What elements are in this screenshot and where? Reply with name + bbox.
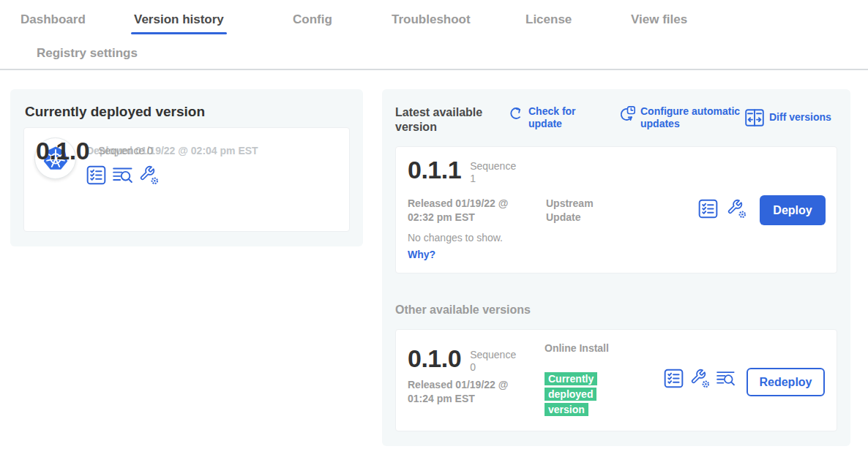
tab-dashboard[interactable]: Dashboard xyxy=(20,12,86,27)
currently-deployed-badge-wrap: Currently deployed version xyxy=(545,371,607,418)
other-sequence-label: Sequence 0 xyxy=(470,349,521,374)
preflight-checks-icon[interactable] xyxy=(86,165,106,185)
currently-deployed-badge: Currently deployed version xyxy=(545,372,597,416)
deploy-logs-icon[interactable] xyxy=(113,165,132,185)
tab-config[interactable]: Config xyxy=(293,12,332,27)
configure-automatic-updates-link[interactable]: Configure automatic updates xyxy=(618,105,743,130)
configure-automatic-updates-label: Configure automatic updates xyxy=(640,105,743,130)
why-link[interactable]: Why? xyxy=(408,249,435,260)
check-for-update-link[interactable]: Check for update xyxy=(509,105,587,130)
edit-config-icon[interactable] xyxy=(690,369,710,388)
other-version-card: 0.1.0 Sequence 0 Released 01/19/22 @ 01:… xyxy=(395,329,837,431)
other-version-number: 0.1.0 xyxy=(408,346,461,371)
tab-version-history[interactable]: Version history xyxy=(134,12,224,27)
install-type-label: Online Install xyxy=(545,341,614,355)
currently-deployed-title: Currently deployed version xyxy=(25,104,205,120)
diff-versions-link[interactable]: Diff versions xyxy=(745,108,831,127)
no-changes-text: No changes to show. xyxy=(408,232,503,244)
deployed-version-card: 0.1.0 Sequence 0 Deployed 01/19/22 @ 02:… xyxy=(23,127,350,232)
latest-sequence-label: Sequence 1 xyxy=(470,160,521,185)
check-for-update-label: Check for update xyxy=(528,105,587,130)
deployed-version-info: 0.1.0 Sequence 0 Deployed 01/19/22 @ 02:… xyxy=(86,137,258,222)
latest-available-title: Latest available version xyxy=(395,105,498,135)
deploy-button[interactable]: Deploy xyxy=(760,195,826,225)
preflight-checks-icon[interactable] xyxy=(698,199,718,219)
currently-deployed-panel: Currently deployed version 0.1.0 Sequenc… xyxy=(10,89,363,246)
deployed-sequence-label: Sequence 0 xyxy=(98,145,153,157)
other-released-timestamp: Released 01/19/22 @ 01:24 pm EST xyxy=(408,378,531,406)
latest-version-card: 0.1.1 Sequence 1 Released 01/19/22 @ 02:… xyxy=(395,146,837,273)
edit-config-icon[interactable] xyxy=(727,199,747,219)
latest-source-label: Upstream Update xyxy=(546,197,616,224)
latest-version-number: 0.1.1 xyxy=(408,157,461,182)
tab-view-files[interactable]: View files xyxy=(631,12,687,27)
edit-config-icon[interactable] xyxy=(139,165,159,185)
diff-icon xyxy=(745,109,764,127)
diff-versions-label: Diff versions xyxy=(769,111,831,124)
top-navigation: Dashboard Version history Config Trouble… xyxy=(0,0,868,70)
schedule-update-icon xyxy=(618,106,635,123)
tab-troubleshoot[interactable]: Troubleshoot xyxy=(392,12,471,27)
refresh-icon xyxy=(509,106,523,121)
deploy-logs-icon[interactable] xyxy=(717,369,735,388)
other-available-versions-title: Other available versions xyxy=(395,303,531,317)
preflight-checks-icon[interactable] xyxy=(664,369,684,388)
deployed-version-number: 0.1.0 xyxy=(36,138,89,163)
available-versions-panel: Latest available version Check for updat… xyxy=(382,89,850,446)
tab-registry-settings[interactable]: Registry settings xyxy=(37,46,138,61)
redeploy-button[interactable]: Redeploy xyxy=(747,368,825,396)
tab-license[interactable]: License xyxy=(525,12,572,27)
latest-released-timestamp: Released 01/19/22 @ 02:32 pm EST xyxy=(408,197,531,224)
